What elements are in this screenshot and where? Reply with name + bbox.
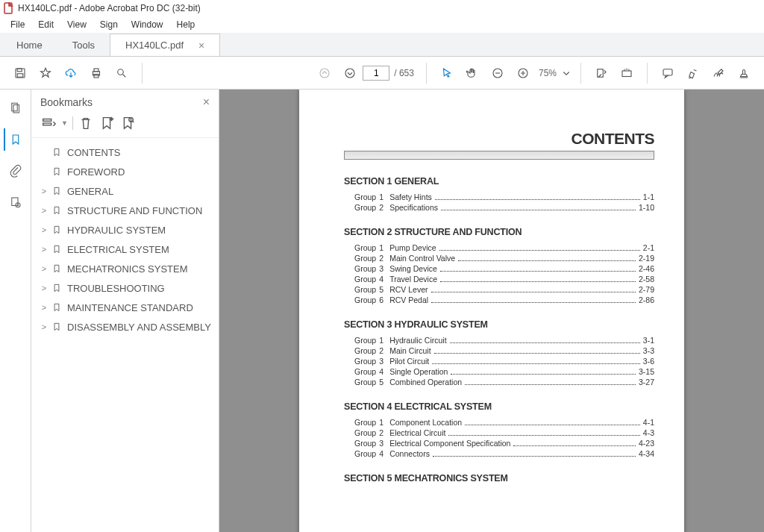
menu-view[interactable]: View [61, 18, 93, 31]
close-panel-icon[interactable]: × [203, 96, 210, 109]
fit-page-icon[interactable] [614, 60, 639, 86]
bookmark-label: DISASSEMBLY AND ASSEMBLY [67, 322, 211, 333]
document-area[interactable]: CONTENTS SECTION 1 GENERALGroup1Safety H… [219, 90, 764, 532]
bookmark-item[interactable]: >MAINTENANCE STANDARD [34, 298, 216, 317]
toolbar: / 653 75% [0, 57, 764, 90]
toc-entry: Group3Pilot Circuit3-6 [354, 357, 654, 367]
toc-entry: Group2Main Control Valve2-19 [354, 254, 654, 264]
bookmarks-icon[interactable] [4, 128, 26, 151]
new-bookmark-icon[interactable] [98, 115, 115, 131]
bookmark-icon [51, 321, 63, 333]
bookmark-label: STRUCTURE AND FUNCTION [67, 205, 202, 216]
bookmark-item[interactable]: >STRUCTURE AND FUNCTION [34, 201, 216, 220]
page-input[interactable] [363, 66, 389, 81]
toc-entry: Group4Single Operation3-15 [354, 367, 654, 378]
bookmark-item[interactable]: >TROUBLESHOOTING [34, 278, 216, 298]
options-icon[interactable] [40, 115, 57, 131]
sign-icon[interactable] [706, 60, 731, 86]
contents-header: CONTENTS [344, 130, 654, 148]
thumbnails-icon[interactable] [4, 97, 27, 119]
bookmark-label: CONTENTS [67, 147, 121, 158]
header-underline [344, 151, 654, 160]
menu-file[interactable]: File [4, 18, 31, 31]
menu-sign[interactable]: Sign [94, 18, 124, 31]
highlight-icon[interactable] [680, 60, 706, 86]
zoom-in-icon[interactable] [510, 60, 536, 86]
bookmark-label: FOREWORD [67, 166, 125, 178]
titlebar: HX140LC.pdf - Adobe Acrobat Pro DC (32-b… [0, 0, 764, 16]
svg-point-7 [118, 69, 124, 75]
toc-section: SECTION 2 STRUCTURE AND FUNCTIONGroup1Pu… [344, 227, 654, 306]
delete-bookmark-icon[interactable] [78, 115, 94, 131]
section-title: SECTION 1 GENERAL [344, 176, 654, 187]
tab-document[interactable]: HX140LC.pdf × [110, 34, 220, 56]
menu-edit[interactable]: Edit [32, 18, 60, 31]
bookmark-label: MECHATRONICS SYSTEM [67, 263, 188, 275]
expand-icon[interactable]: > [37, 206, 51, 215]
page-down-icon[interactable] [337, 60, 363, 86]
tabbar: Home Tools HX140LC.pdf × [0, 33, 764, 57]
window-title: HX140LC.pdf - Adobe Acrobat Pro DC (32-b… [18, 3, 201, 13]
svg-rect-16 [13, 105, 19, 113]
bookmark-item[interactable]: CONTENTS [34, 143, 216, 162]
toc-entry: Group2Main Circuit3-3 [354, 346, 654, 357]
toc-entry: Group3Swing Device2-46 [354, 264, 654, 275]
svg-rect-15 [11, 103, 17, 111]
leftrail [0, 90, 31, 532]
svg-point-9 [345, 69, 354, 78]
toc-entry: Group2Electrical Circuit4-3 [354, 428, 654, 439]
close-icon[interactable]: × [198, 40, 204, 51]
bookmark-item[interactable]: >DISASSEMBLY AND ASSEMBLY [34, 317, 216, 337]
bookmark-icon [51, 224, 63, 236]
expand-icon[interactable]: > [37, 303, 51, 312]
zoom-dropdown-icon[interactable] [560, 60, 573, 86]
menubar: FileEditViewSignWindowHelp [0, 16, 764, 33]
toc-section: SECTION 1 GENERALGroup1Safety Hints1-1Gr… [344, 176, 654, 213]
fit-width-icon[interactable] [589, 60, 614, 86]
bookmark-item[interactable]: >HYDRAULIC SYSTEM [34, 220, 216, 240]
select-tool-icon[interactable] [434, 60, 460, 86]
toc-entry: Group3Electrical Component Specification… [354, 439, 654, 449]
bookmark-icon [51, 204, 63, 216]
star-icon[interactable] [33, 60, 58, 86]
stamp-icon[interactable] [731, 60, 757, 86]
menu-help[interactable]: Help [171, 18, 201, 31]
bookmark-item[interactable]: FOREWORD [34, 162, 216, 181]
print-icon[interactable] [84, 60, 109, 86]
search-icon[interactable] [109, 60, 134, 86]
toc-entry: Group4Connectors4-34 [354, 449, 654, 460]
find-bookmark-icon[interactable] [119, 115, 136, 131]
menu-window[interactable]: Window [125, 18, 169, 31]
zoom-level: 75% [536, 68, 560, 78]
main: Bookmarks × ▼ CONTENTSFOREWORD>GENERAL>S… [0, 90, 764, 532]
tab-tools[interactable]: Tools [57, 35, 110, 56]
expand-icon[interactable]: > [37, 225, 51, 234]
section-title: SECTION 2 STRUCTURE AND FUNCTION [344, 227, 654, 237]
pdf-icon [3, 2, 15, 14]
toc-entry: Group6RCV Pedal2-86 [354, 295, 654, 306]
expand-icon[interactable]: > [37, 284, 51, 292]
hand-tool-icon[interactable] [460, 60, 485, 86]
expand-icon[interactable]: > [37, 245, 51, 254]
bookmark-item[interactable]: >MECHATRONICS SYSTEM [34, 259, 216, 278]
cloud-share-icon[interactable] [58, 60, 84, 86]
expand-icon[interactable]: > [37, 264, 51, 273]
svg-rect-6 [94, 74, 98, 78]
bookmark-icon [51, 263, 63, 275]
bookmark-item[interactable]: >GENERAL [34, 181, 216, 201]
bookmark-label: MAINTENANCE STANDARD [67, 302, 193, 313]
comment-icon[interactable] [655, 60, 680, 86]
save-icon[interactable] [7, 60, 33, 86]
layers-icon[interactable] [4, 191, 27, 213]
expand-icon[interactable]: > [37, 322, 51, 331]
bookmark-item[interactable]: >ELECTRICAL SYSTEM [34, 240, 216, 259]
bookmarks-panel: Bookmarks × ▼ CONTENTSFOREWORD>GENERAL>S… [31, 90, 219, 532]
toc-section: SECTION 4 ELECTRICAL SYSTEMGroup1Compone… [344, 401, 654, 460]
zoom-out-icon[interactable] [485, 60, 510, 86]
page-up-icon[interactable] [312, 60, 337, 86]
tab-home[interactable]: Home [1, 35, 57, 56]
expand-icon[interactable]: > [37, 187, 51, 195]
toc-entry: Group1Hydraulic Circuit3-1 [354, 336, 654, 346]
attachments-icon[interactable] [4, 160, 27, 182]
toc-entry: Group1Safety Hints1-1 [354, 193, 654, 203]
